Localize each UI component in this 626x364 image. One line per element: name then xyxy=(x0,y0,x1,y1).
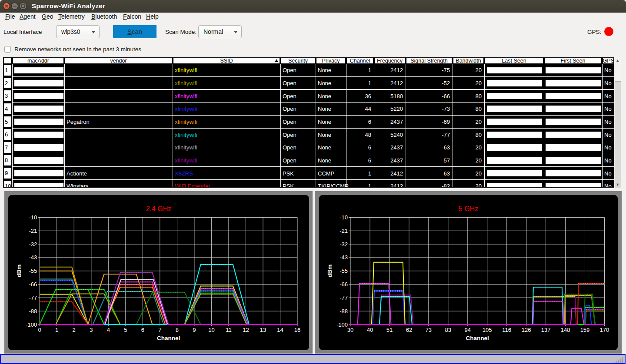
svg-text:-77: -77 xyxy=(340,295,348,301)
svg-text:-21: -21 xyxy=(29,228,37,234)
svg-text:73: 73 xyxy=(426,327,432,333)
svg-text:-88: -88 xyxy=(29,308,37,314)
svg-text:83: 83 xyxy=(445,327,451,333)
svg-text:2.4 GHz: 2.4 GHz xyxy=(146,205,172,212)
svg-text:-88: -88 xyxy=(340,308,348,314)
svg-text:170: 170 xyxy=(600,327,609,333)
svg-text:-77: -77 xyxy=(29,295,37,301)
svg-text:116: 116 xyxy=(502,327,511,333)
svg-text:-21: -21 xyxy=(340,228,348,234)
svg-text:0: 0 xyxy=(38,327,41,333)
svg-text:3: 3 xyxy=(90,327,93,333)
svg-text:62: 62 xyxy=(406,327,412,333)
svg-text:5 GHz: 5 GHz xyxy=(459,205,478,212)
svg-text:40: 40 xyxy=(367,327,373,333)
svg-text:Channel: Channel xyxy=(157,335,180,341)
svg-text:-100: -100 xyxy=(26,321,37,328)
svg-text:148: 148 xyxy=(561,327,570,333)
svg-text:9: 9 xyxy=(193,327,196,333)
svg-text:-55: -55 xyxy=(29,268,37,274)
svg-text:8: 8 xyxy=(176,327,179,333)
svg-text:4: 4 xyxy=(107,327,110,333)
svg-text:51: 51 xyxy=(386,327,393,333)
svg-text:-43: -43 xyxy=(29,254,37,261)
svg-text:1: 1 xyxy=(55,327,58,333)
svg-text:14: 14 xyxy=(277,327,283,333)
svg-text:13: 13 xyxy=(260,327,266,333)
svg-text:137: 137 xyxy=(541,327,551,333)
svg-text:94: 94 xyxy=(465,327,471,333)
svg-text:12: 12 xyxy=(243,327,249,333)
svg-text:105: 105 xyxy=(483,327,492,333)
svg-text:-100: -100 xyxy=(336,321,348,328)
svg-text:10: 10 xyxy=(208,327,214,333)
svg-text:dBm: dBm xyxy=(326,265,333,278)
svg-text:7: 7 xyxy=(158,327,161,333)
svg-text:Channel: Channel xyxy=(466,335,489,341)
svg-text:2: 2 xyxy=(73,327,76,333)
svg-text:159: 159 xyxy=(580,327,590,333)
svg-text:-66: -66 xyxy=(29,281,37,288)
svg-text:6: 6 xyxy=(141,327,144,333)
svg-text:5: 5 xyxy=(124,327,127,333)
svg-text:dBm: dBm xyxy=(16,265,22,278)
svg-text:-10: -10 xyxy=(340,214,348,221)
svg-text:16: 16 xyxy=(294,327,300,333)
svg-text:126: 126 xyxy=(522,327,531,333)
svg-text:-43: -43 xyxy=(340,254,348,261)
svg-text:11: 11 xyxy=(226,327,232,333)
svg-text:30: 30 xyxy=(347,327,353,333)
svg-text:-32: -32 xyxy=(29,241,37,248)
svg-text:-55: -55 xyxy=(340,268,348,274)
svg-text:-66: -66 xyxy=(340,281,348,288)
svg-text:-32: -32 xyxy=(340,241,348,248)
svg-text:-10: -10 xyxy=(29,214,37,221)
